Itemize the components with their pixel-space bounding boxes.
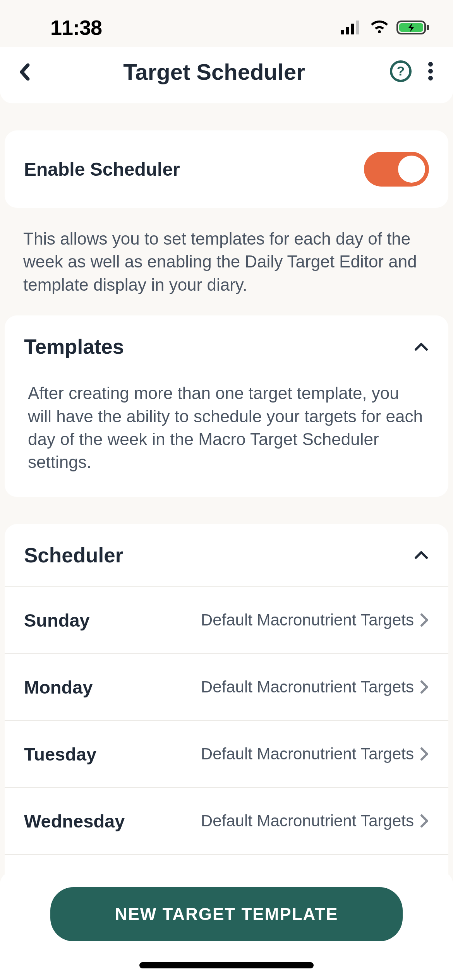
svg-rect-2 [351,24,354,34]
scheduler-day-sunday[interactable]: Sunday Default Macronutrient Targets [5,586,448,653]
svg-point-10 [428,69,433,74]
chevron-right-icon [420,814,429,828]
scheduler-day-monday[interactable]: Monday Default Macronutrient Targets [5,653,448,720]
day-value-wrap: Default Macronutrient Targets [201,611,429,629]
header: Target Scheduler ? [0,47,453,103]
day-value-wrap: Default Macronutrient Targets [201,678,429,696]
chevron-right-icon [420,613,429,627]
svg-rect-1 [346,27,349,34]
header-actions: ? [390,60,434,84]
chevron-left-icon [19,63,30,81]
scheduler-title: Scheduler [24,543,123,567]
scheduler-header[interactable]: Scheduler [5,524,448,586]
chevron-up-icon [414,550,429,560]
svg-rect-6 [427,25,429,30]
status-bar: 11:38 [0,0,453,47]
home-indicator[interactable] [139,962,314,968]
templates-title: Templates [24,335,124,358]
more-vertical-icon [427,61,434,81]
status-time: 11:38 [50,15,102,39]
day-name: Wednesday [24,810,125,832]
day-value: Default Macronutrient Targets [201,678,414,696]
templates-body: After creating more than one target temp… [5,370,448,497]
scheduler-section: Scheduler Sunday Default Macronutrient T… [5,524,448,921]
cellular-icon [341,21,362,34]
svg-point-11 [428,76,433,81]
day-name: Tuesday [24,744,96,765]
day-value-wrap: Default Macronutrient Targets [201,745,429,763]
day-name: Monday [24,677,93,698]
enable-scheduler-row[interactable]: Enable Scheduler [5,130,448,208]
page-title: Target Scheduler [39,59,390,85]
chevron-right-icon [420,747,429,761]
battery-icon [396,20,430,35]
status-icons [341,20,430,35]
day-value: Default Macronutrient Targets [201,611,414,629]
templates-section: Templates After creating more than one t… [5,315,448,497]
svg-text:?: ? [397,63,405,78]
day-value: Default Macronutrient Targets [201,812,414,830]
enable-scheduler-label: Enable Scheduler [24,159,180,180]
day-value: Default Macronutrient Targets [201,745,414,763]
help-icon: ? [390,60,412,82]
templates-header[interactable]: Templates [5,315,448,370]
scheduler-day-tuesday[interactable]: Tuesday Default Macronutrient Targets [5,720,448,787]
day-value-wrap: Default Macronutrient Targets [201,812,429,830]
enable-scheduler-toggle[interactable] [364,152,429,187]
svg-rect-3 [356,21,359,34]
svg-rect-0 [341,30,344,34]
chevron-up-icon [414,342,429,352]
day-name: Sunday [24,610,90,631]
chevron-right-icon [420,680,429,694]
new-target-template-button[interactable]: NEW TARGET TEMPLATE [50,887,403,941]
back-button[interactable] [19,63,39,81]
enable-description: This allows you to set templates for eac… [0,208,453,315]
scheduler-day-wednesday[interactable]: Wednesday Default Macronutrient Targets [5,787,448,854]
help-button[interactable]: ? [390,60,412,84]
svg-point-9 [428,62,433,67]
wifi-icon [369,20,390,35]
more-menu-button[interactable] [427,61,434,83]
toggle-thumb [398,156,425,183]
